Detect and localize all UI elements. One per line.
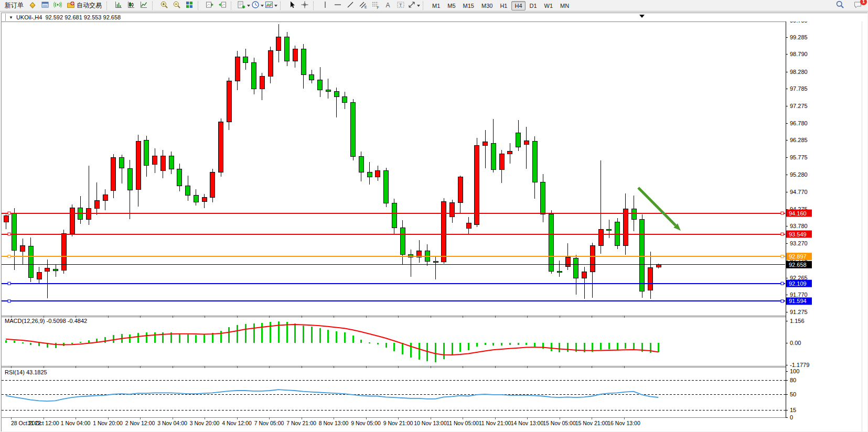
symbol-dropdown-icon[interactable]: ▼ (9, 15, 13, 20)
candle (268, 51, 273, 77)
notifications-button[interactable]: 1 (851, 0, 864, 12)
candle (94, 200, 99, 208)
timeframe-h4[interactable]: H4 (511, 1, 525, 10)
dropdown-caret-icon (261, 5, 264, 7)
macd-bar (459, 343, 461, 352)
price-label-93.549: 93.549 (789, 231, 807, 237)
equidistant-channel-icon: E (359, 1, 367, 11)
candle (12, 213, 17, 251)
line-handle[interactable] (781, 282, 784, 285)
candle (565, 257, 570, 267)
text-icon: A (384, 1, 392, 11)
text-label-icon: T (397, 1, 405, 11)
bar-chart-icon (114, 1, 123, 11)
macd-bar (88, 340, 90, 343)
timeframe-group: M1M5M15M30H1H4D1W1MN (428, 1, 573, 10)
autotrading-button[interactable]: 自动交易 (64, 0, 104, 12)
price-axis-tick: 94.770 (790, 189, 808, 195)
horizontal-line-button[interactable] (331, 0, 344, 12)
search-button[interactable] (833, 0, 846, 12)
price-label-92.658: 92.658 (789, 262, 807, 268)
timeframe-m15[interactable]: M15 (460, 1, 477, 10)
chart-window: ▼ UKOil-,H4 92.592 92.681 92.553 92.658 … (1, 13, 867, 431)
arrows-button[interactable] (407, 0, 421, 12)
new-chart-button[interactable] (237, 0, 251, 12)
line-handle[interactable] (781, 300, 784, 303)
price-chart: 99.78099.28598.79098.28097.78597.27596.7… (2, 13, 867, 431)
tile-windows-button[interactable] (183, 0, 196, 12)
line-handle[interactable] (8, 300, 10, 303)
price-axis-tick: 97.275 (790, 103, 808, 109)
timeframe-h1[interactable]: H1 (497, 1, 510, 10)
date-axis-tick: 3 Nov 04:00 (157, 420, 187, 426)
timeframe-m30[interactable]: M30 (478, 1, 496, 10)
trendline-button[interactable] (344, 0, 357, 12)
date-axis-tick: 14 Nov 13:00 (511, 420, 544, 426)
candle (309, 75, 314, 80)
macd-bar (195, 335, 197, 343)
macd-bar (71, 343, 73, 344)
date-axis-tick: 1 Nov 20:00 (93, 420, 123, 426)
candle (276, 37, 281, 50)
macd-bar (5, 340, 7, 343)
crosshair-button[interactable] (298, 0, 311, 12)
timeframe-m5[interactable]: M5 (444, 1, 458, 10)
candle (301, 49, 306, 75)
candle (367, 172, 372, 177)
line-handle[interactable] (781, 212, 784, 214)
candle (318, 80, 323, 90)
line-handle[interactable] (8, 282, 10, 285)
fibonacci-button[interactable]: F (369, 0, 382, 12)
candle (376, 170, 380, 177)
price-label-92.897: 92.897 (789, 253, 807, 260)
periods-button[interactable] (251, 0, 264, 12)
bar-chart-button[interactable] (112, 0, 125, 12)
auto-scroll-button[interactable] (203, 0, 216, 12)
line-handle[interactable] (8, 212, 10, 214)
line-handle[interactable] (781, 255, 784, 258)
line-handle[interactable] (8, 233, 10, 235)
date-axis-tick: 3 Nov 20:00 (190, 420, 220, 426)
date-axis-tick: 15 Nov 21:00 (575, 420, 608, 426)
timeframe-d1[interactable]: D1 (527, 1, 540, 10)
toolbar-separator (198, 2, 202, 10)
vertical-line-button[interactable] (319, 0, 331, 12)
price-label-92.109: 92.109 (789, 280, 807, 287)
arrows-icon (408, 1, 416, 11)
timeframe-mn[interactable]: MN (557, 1, 572, 10)
text-label-button[interactable]: T (394, 0, 407, 12)
gold-badge-button[interactable] (26, 0, 39, 12)
candle (219, 122, 223, 172)
line-chart-button[interactable] (137, 0, 150, 12)
zoom-out-button[interactable] (170, 0, 183, 12)
candle (491, 144, 496, 170)
price-axis-tick: 96.780 (790, 120, 808, 126)
chart-shift-marker-icon[interactable] (639, 15, 645, 18)
signal-button[interactable] (51, 0, 64, 12)
candle (466, 223, 471, 229)
macd-bar (303, 326, 304, 343)
symbol-info-box[interactable]: ▼ UKOil-,H4 92.592 92.681 92.553 92.658 (5, 14, 125, 21)
chart-shift-button[interactable] (216, 0, 229, 12)
chart-shift-icon (218, 1, 227, 11)
line-handle[interactable] (781, 233, 784, 235)
svg-text:T: T (399, 2, 402, 7)
date-axis-tick: 31 Oct 12:00 (27, 420, 59, 426)
candle (384, 170, 389, 203)
macd-bar (220, 331, 222, 343)
cursor-button[interactable] (286, 0, 298, 12)
text-button[interactable]: A (382, 0, 394, 12)
templates-button[interactable] (264, 0, 278, 12)
macd-bar (608, 343, 610, 349)
new-order-button[interactable]: 新订单 (2, 0, 26, 12)
macd-bar (633, 343, 635, 349)
notification-badge: 1 (860, 0, 867, 5)
timeframe-m1[interactable]: M1 (429, 1, 443, 10)
line-handle[interactable] (8, 255, 10, 258)
timeframe-w1[interactable]: W1 (541, 1, 556, 10)
zoom-in-button[interactable] (158, 0, 170, 12)
candle (136, 142, 141, 190)
equidistant-channel-button[interactable]: E (357, 0, 369, 12)
candlestick-chart-button[interactable] (125, 0, 137, 12)
data-window-button[interactable] (39, 0, 51, 12)
